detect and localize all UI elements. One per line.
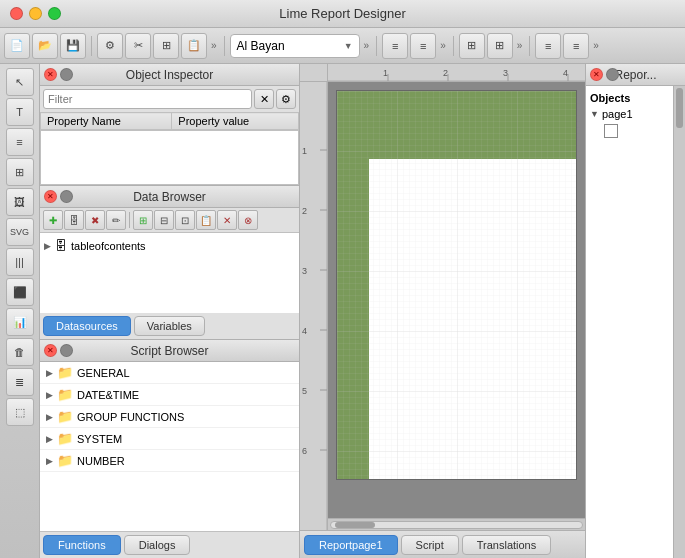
script-browser-title: Script Browser xyxy=(130,344,208,358)
minimize-button[interactable] xyxy=(29,7,42,20)
number-folder-icon: 📁 xyxy=(57,453,73,468)
toolbar-expand-1[interactable]: » xyxy=(209,38,219,53)
groupfunc-folder-icon: 📁 xyxy=(57,409,73,424)
table-row[interactable]: ▶ 🗄 tableofcontents xyxy=(44,237,295,255)
svg-text:1: 1 xyxy=(383,68,388,78)
right-float-btn[interactable] xyxy=(606,68,619,81)
dialogs-tab[interactable]: Dialogs xyxy=(124,535,191,555)
shape-tool[interactable]: ⬛ xyxy=(6,278,34,306)
data-export-btn[interactable]: ⊟ xyxy=(154,210,174,230)
select-tool[interactable]: ↖ xyxy=(6,68,34,96)
data-copy-btn[interactable]: ⊡ xyxy=(175,210,195,230)
toolbar-expand-2[interactable]: » xyxy=(362,38,372,53)
page1-expand-icon: ▼ xyxy=(590,109,599,119)
datasources-tab[interactable]: Datasources xyxy=(43,316,131,336)
list-item[interactable]: ▶ 📁 GENERAL xyxy=(40,362,299,384)
general-label: GENERAL xyxy=(77,367,130,379)
cut-button[interactable]: ✂ xyxy=(125,33,151,59)
list2-button[interactable]: ≡ xyxy=(563,33,589,59)
scrollbar-thumb[interactable] xyxy=(335,522,375,528)
script-float-btn[interactable] xyxy=(60,344,73,357)
svg-text:2: 2 xyxy=(302,206,307,216)
data-float-btn[interactable] xyxy=(60,190,73,203)
data-db-btn[interactable]: 🗄 xyxy=(64,210,84,230)
script-tab[interactable]: Script xyxy=(401,535,459,555)
toolbar-expand-4[interactable]: » xyxy=(515,38,525,53)
list-button[interactable]: ≡ xyxy=(535,33,561,59)
canvas-scroll[interactable] xyxy=(328,82,585,530)
save-button[interactable]: 💾 xyxy=(60,33,86,59)
settings-button[interactable]: ⚙ xyxy=(97,33,123,59)
maximize-button[interactable] xyxy=(48,7,61,20)
list-item[interactable]: ▶ 📁 GROUP FUNCTIONS xyxy=(40,406,299,428)
script-close-btn[interactable]: ✕ xyxy=(44,344,57,357)
band-tool[interactable]: ≡ xyxy=(6,128,34,156)
inspector-float-btn[interactable] xyxy=(60,68,73,81)
object-inspector: ✕ Object Inspector ✕ ⚙ Property Name Pro… xyxy=(40,64,299,185)
data-edit-btn[interactable]: ✏ xyxy=(106,210,126,230)
property-name-header: Property Name xyxy=(41,113,172,130)
datetime-folder-icon: 📁 xyxy=(57,387,73,402)
toolbar-expand-5[interactable]: » xyxy=(591,38,601,53)
general-expand-icon: ▶ xyxy=(46,368,53,378)
barcode-tool[interactable]: ||| xyxy=(6,248,34,276)
horizontal-scrollbar[interactable] xyxy=(328,518,585,530)
data-add-btn[interactable]: ✚ xyxy=(43,210,63,230)
data-close-btn[interactable]: ✕ xyxy=(44,190,57,203)
data-delete-btn[interactable]: ✕ xyxy=(217,210,237,230)
right-scrollbar-thumb[interactable] xyxy=(676,88,683,128)
script-tabs: Functions Dialogs xyxy=(40,531,299,558)
script-content: ▶ 📁 GENERAL ▶ 📁 DATE&TIME ▶ 📁 GROUP FUNC… xyxy=(40,362,299,531)
close-button[interactable] xyxy=(10,7,23,20)
open-button[interactable]: 📂 xyxy=(32,33,58,59)
layout-tool[interactable]: ≣ xyxy=(6,368,34,396)
tree-item-child[interactable] xyxy=(590,122,669,140)
translations-tab[interactable]: Translations xyxy=(462,535,552,555)
right-scrollbar[interactable] xyxy=(673,86,685,558)
paste-button[interactable]: 📋 xyxy=(181,33,207,59)
svg-tool[interactable]: SVG xyxy=(6,218,34,246)
page-item-icon xyxy=(604,124,618,138)
filter-input[interactable] xyxy=(43,89,252,109)
grid-button[interactable]: ⊞ xyxy=(459,33,485,59)
grid2-button[interactable]: ⊞ xyxy=(487,33,513,59)
data-stop-btn[interactable]: ⊗ xyxy=(238,210,258,230)
table-tool[interactable]: ⊞ xyxy=(6,158,34,186)
variables-tab[interactable]: Variables xyxy=(134,316,205,336)
align2-button[interactable]: ≡ xyxy=(410,33,436,59)
functions-tab[interactable]: Functions xyxy=(43,535,121,555)
toolbar-sep-1 xyxy=(91,36,92,56)
list-item[interactable]: ▶ 📁 SYSTEM xyxy=(40,428,299,450)
text-tool[interactable]: T xyxy=(6,98,34,126)
font-dropdown[interactable]: Al Bayan ▼ xyxy=(230,34,360,58)
reportpage1-tab[interactable]: Reportpage1 xyxy=(304,535,398,555)
copy-button[interactable]: ⊞ xyxy=(153,33,179,59)
tree-item-page1[interactable]: ▼ page1 xyxy=(590,106,669,122)
chart-tool[interactable]: 📊 xyxy=(6,308,34,336)
filter-clear-btn[interactable]: ✕ xyxy=(254,89,274,109)
align-button[interactable]: ≡ xyxy=(382,33,408,59)
property-value-header: Property value xyxy=(172,113,299,130)
right-panel: ✕ Repor... Objects ▼ page1 xyxy=(585,64,685,558)
new-button[interactable]: 📄 xyxy=(4,33,30,59)
right-close-btn[interactable]: ✕ xyxy=(590,68,603,81)
data-sep-1 xyxy=(129,212,130,228)
inspector-close-btn[interactable]: ✕ xyxy=(44,68,57,81)
filter-row: ✕ ⚙ xyxy=(40,86,299,112)
extra-tool[interactable]: ⬚ xyxy=(6,398,34,426)
ruler-left-svg: 1 2 3 4 5 6 xyxy=(300,82,328,530)
list-item[interactable]: ▶ 📁 NUMBER xyxy=(40,450,299,472)
data-paste-btn[interactable]: 📋 xyxy=(196,210,216,230)
image-tool[interactable]: 🖼 xyxy=(6,188,34,216)
delete-tool[interactable]: 🗑 xyxy=(6,338,34,366)
data-import-btn[interactable]: ⊞ xyxy=(133,210,153,230)
data-tabs: Datasources Variables xyxy=(40,313,299,339)
list-item[interactable]: ▶ 📁 DATE&TIME xyxy=(40,384,299,406)
filter-settings-btn[interactable]: ⚙ xyxy=(276,89,296,109)
window-controls xyxy=(10,7,61,20)
toolbar-expand-3[interactable]: » xyxy=(438,38,448,53)
right-panel-title: Repor... xyxy=(614,68,656,82)
table-icon: 🗄 xyxy=(55,239,67,253)
data-remove-btn[interactable]: ✖ xyxy=(85,210,105,230)
page1-label: page1 xyxy=(602,108,633,120)
